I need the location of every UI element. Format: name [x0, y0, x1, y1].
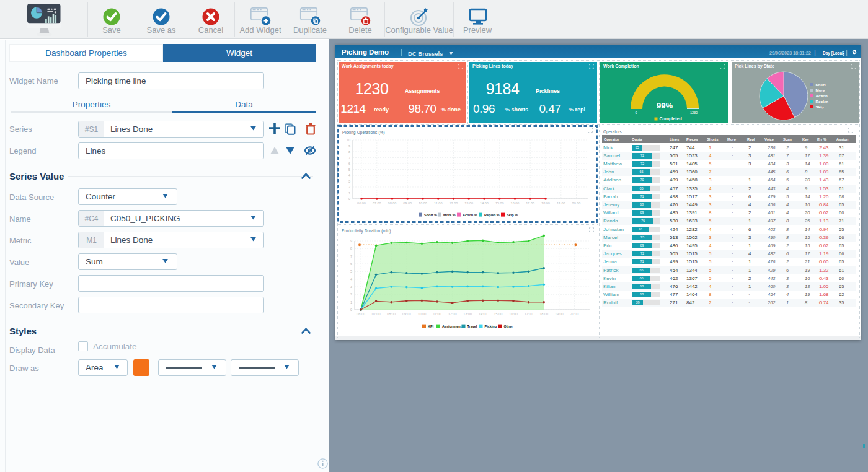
svg-text:18:00: 18:00	[539, 312, 548, 316]
svg-text:More %: More %	[443, 213, 456, 217]
svg-text:09:00: 09:00	[403, 201, 412, 205]
svg-text:6: 6	[348, 162, 350, 165]
svg-text:Picking: Picking	[485, 325, 497, 328]
svg-text:Short: Short	[816, 82, 826, 87]
svg-text:7: 7	[348, 156, 350, 160]
svg-text:11:00: 11:00	[434, 201, 442, 205]
svg-text:07:00: 07:00	[373, 201, 381, 205]
svg-text:16:00: 16:00	[509, 312, 518, 316]
svg-text:99%: 99%	[657, 101, 673, 110]
svg-text:4: 4	[350, 278, 352, 281]
svg-text:13:00: 13:00	[464, 201, 473, 205]
svg-text:Skip: Skip	[816, 105, 824, 109]
svg-text:16:00: 16:00	[511, 201, 520, 205]
svg-text:5: 5	[348, 168, 350, 172]
svg-text:Other: Other	[504, 325, 514, 328]
svg-text:Completed: Completed	[660, 116, 682, 121]
svg-text:15:00: 15:00	[494, 312, 503, 316]
svg-text:Skip %: Skip %	[507, 213, 518, 217]
svg-text:7: 7	[350, 255, 352, 258]
svg-text:10:00: 10:00	[418, 312, 427, 316]
svg-text:17:00: 17:00	[525, 312, 533, 316]
svg-text:14:00: 14:00	[479, 312, 487, 316]
svg-text:08:00: 08:00	[387, 312, 396, 316]
svg-text:2: 2	[348, 185, 350, 189]
svg-text:11:00: 11:00	[433, 312, 441, 316]
svg-text:8: 8	[348, 150, 350, 154]
svg-text:10:00: 10:00	[418, 201, 427, 205]
svg-text:1: 1	[350, 300, 352, 304]
svg-text:0: 0	[635, 111, 637, 115]
svg-text:13:00: 13:00	[463, 312, 472, 316]
svg-text:3: 3	[350, 285, 352, 289]
svg-text:Short %: Short %	[424, 213, 437, 217]
svg-text:09:00: 09:00	[402, 312, 411, 316]
svg-text:20:00: 20:00	[570, 312, 579, 316]
svg-text:KPI: KPI	[428, 325, 434, 328]
svg-text:06:00: 06:00	[356, 312, 365, 316]
svg-text:Replen %: Replen %	[484, 213, 500, 217]
svg-text:Replen: Replen	[816, 99, 829, 103]
svg-text:20:00: 20:00	[572, 201, 581, 205]
svg-text:06:00: 06:00	[357, 201, 366, 205]
svg-text:1230: 1230	[690, 111, 698, 115]
svg-text:Travel: Travel	[467, 325, 477, 328]
svg-text:0: 0	[348, 197, 350, 201]
svg-text:6: 6	[350, 262, 352, 266]
svg-text:10: 10	[347, 138, 350, 142]
svg-text:12:00: 12:00	[450, 201, 458, 205]
svg-text:19:00: 19:00	[557, 201, 565, 205]
svg-text:08:00: 08:00	[388, 201, 397, 205]
svg-text:2: 2	[350, 292, 352, 296]
svg-text:18:00: 18:00	[541, 201, 550, 205]
svg-text:More: More	[816, 88, 825, 92]
svg-text:Action %: Action %	[463, 213, 477, 217]
svg-text:Action: Action	[816, 94, 828, 98]
svg-text:9: 9	[348, 144, 350, 148]
svg-text:12:00: 12:00	[448, 312, 457, 316]
svg-text:4: 4	[348, 173, 350, 177]
svg-text:8: 8	[350, 247, 352, 250]
svg-text:3: 3	[348, 180, 350, 183]
svg-text:14:00: 14:00	[480, 201, 489, 205]
svg-text:9: 9	[350, 239, 352, 243]
svg-text:0: 0	[350, 308, 352, 312]
svg-text:1: 1	[348, 191, 350, 195]
svg-text:5: 5	[350, 269, 352, 273]
svg-text:Assignment: Assignment	[442, 325, 462, 328]
svg-text:07:00: 07:00	[372, 312, 381, 316]
svg-text:19:00: 19:00	[555, 312, 564, 316]
svg-text:17:00: 17:00	[526, 201, 534, 205]
svg-text:15:00: 15:00	[495, 201, 504, 205]
